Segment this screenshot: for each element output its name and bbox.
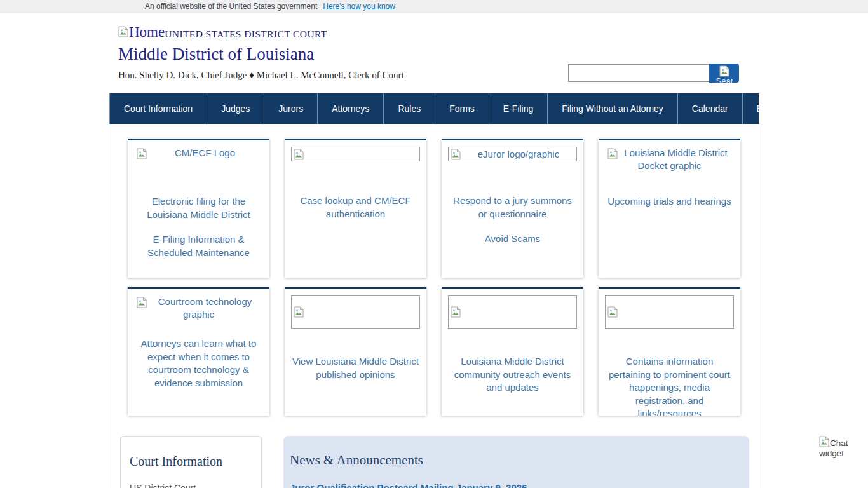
nav-item-rules[interactable]: Rules <box>384 93 435 124</box>
broken-image-icon <box>451 149 461 160</box>
feature-card-community-outreach[interactable]: Louisiana Middle District community outr… <box>442 287 583 416</box>
feature-card-case-lookup[interactable]: Case lookup and CM/ECF authentication <box>285 139 426 278</box>
nav-item-forms[interactable]: Forms <box>435 93 489 124</box>
broken-image[interactable]: Louisiana Middle District Docket graphic <box>605 147 734 186</box>
nav-item-label: E-Filing <box>503 104 533 114</box>
nav-item-label: Employment <box>757 104 806 114</box>
image-alt-text: eJuror logo/graphic <box>461 148 576 161</box>
court-type-label: UNITED STATES DISTRICT COURT <box>165 29 327 40</box>
card-link-text[interactable]: Respond to a jury summons or questionnai… <box>448 194 577 220</box>
broken-image[interactable] <box>291 147 420 161</box>
court-information-box: Court Information US District Court <box>120 436 262 488</box>
gov-banner-text: An official website of the United States… <box>145 2 317 11</box>
broken-image-icon <box>294 306 304 318</box>
image-alt-text: CM/ECF Logo <box>175 147 235 158</box>
bottom-section: Court Information US District Court News… <box>109 436 759 488</box>
nav-item-label: Rules <box>398 104 421 114</box>
search-box: Search <box>568 64 739 83</box>
card-link-text[interactable]: Avoid Scams <box>448 233 577 246</box>
broken-image-icon <box>607 148 618 159</box>
search-button[interactable]: Search <box>709 64 739 83</box>
site-header: Home UNITED STATES DISTRICT COURT Middle… <box>109 13 759 93</box>
nav-item-filing-without-an-attorney[interactable]: Filing Without an Attorney <box>548 93 678 124</box>
image-alt-text: Louisiana Middle District Docket graphic <box>624 147 728 171</box>
feature-card-grid: CM/ECF Logo Electronic filing for the Lo… <box>109 124 759 416</box>
card-link-text[interactable]: Louisiana Middle District community outr… <box>448 355 577 395</box>
feature-card-ejuror[interactable]: eJuror logo/graphic Respond to a jury su… <box>442 139 583 278</box>
court-information-title: Court Information <box>130 454 252 469</box>
nav-item-label: Filing Without an Attorney <box>562 104 663 114</box>
news-title: News & Announcements <box>290 452 749 468</box>
how-you-know-link[interactable]: Here's how you know <box>323 2 395 11</box>
chat-widget[interactable]: Chat widget <box>819 436 857 459</box>
nav-item-label: Attorneys <box>332 104 369 114</box>
home-link[interactable]: Home <box>118 24 165 41</box>
broken-image-icon <box>719 65 729 77</box>
nav-item-calendar[interactable]: Calendar <box>678 93 743 124</box>
feature-card-cmecf-efiling[interactable]: CM/ECF Logo Electronic filing for the Lo… <box>128 139 269 278</box>
broken-image-icon <box>118 26 128 37</box>
feature-card-docket[interactable]: Louisiana Middle District Docket graphic… <box>599 139 740 278</box>
card-link-text[interactable]: Electronic filing for the Louisiana Midd… <box>134 195 263 221</box>
gov-banner: An official website of the United States… <box>0 0 868 13</box>
broken-image[interactable] <box>448 295 577 329</box>
broken-image[interactable] <box>605 295 734 329</box>
broken-image-icon <box>137 148 147 159</box>
home-image-alt: Home <box>129 24 165 41</box>
nav-item-label: Judges <box>221 104 250 114</box>
nav-item-court-information[interactable]: Court Information <box>109 93 207 124</box>
nav-item-attorneys[interactable]: Attorneys <box>318 93 384 124</box>
nav-item-judges[interactable]: Judges <box>207 93 264 124</box>
card-link-text[interactable]: Upcoming trials and hearings <box>605 195 734 208</box>
court-info-link[interactable]: US District Court <box>130 483 252 488</box>
broken-image-icon <box>294 149 304 160</box>
search-button-alt: Search <box>716 77 733 83</box>
card-link-text[interactable]: E-Filing Information & Scheduled Mainten… <box>134 233 263 259</box>
broken-image[interactable]: CM/ECF Logo <box>134 147 263 186</box>
nav-item-e-filing[interactable]: E-Filing <box>489 93 548 124</box>
broken-image-icon <box>137 297 147 308</box>
header-top-row: Home UNITED STATES DISTRICT COURT <box>118 24 759 41</box>
broken-image-icon <box>607 306 618 318</box>
feature-card-published-opinions[interactable]: View Louisiana Middle District published… <box>285 287 426 416</box>
broken-image[interactable]: Courtroom technology graphic <box>134 295 263 329</box>
card-link-text[interactable]: Attorneys can learn what to expect when … <box>134 337 263 390</box>
main-nav: Court InformationJudgesJurorsAttorneysRu… <box>109 93 759 124</box>
broken-image-icon <box>451 306 461 318</box>
broken-image[interactable] <box>291 295 420 329</box>
feature-card-media-information[interactable]: Contains information pertaining to promi… <box>599 287 740 416</box>
card-link-text[interactable]: Contains information pertaining to promi… <box>605 355 734 416</box>
nav-item-employment[interactable]: Employment <box>743 93 821 124</box>
nav-item-label: Jurors <box>278 104 303 114</box>
page-title: Middle District of Louisiana <box>118 44 759 64</box>
image-alt-text: Courtroom technology graphic <box>158 296 252 320</box>
card-link-text[interactable]: Case lookup and CM/ECF authentication <box>291 194 420 220</box>
nav-item-label: Forms <box>449 104 475 114</box>
news-headline-link[interactable]: Juror Qualification Postcard Mailing Jan… <box>290 482 749 488</box>
feature-card-courtroom-technology[interactable]: Courtroom technology graphic Attorneys c… <box>128 287 269 416</box>
content-column: Court InformationJudgesJurorsAttorneysRu… <box>109 93 759 488</box>
nav-item-jurors[interactable]: Jurors <box>264 93 318 124</box>
news-announcements-panel: News & Announcements Juror Qualification… <box>283 436 749 488</box>
broken-image[interactable]: eJuror logo/graphic <box>448 147 577 161</box>
search-input[interactable] <box>568 64 709 82</box>
nav-item-label: Calendar <box>692 104 728 114</box>
broken-image-icon <box>819 436 829 447</box>
nav-item-label: Court Information <box>124 104 193 114</box>
card-link-text[interactable]: View Louisiana Middle District published… <box>291 355 420 381</box>
